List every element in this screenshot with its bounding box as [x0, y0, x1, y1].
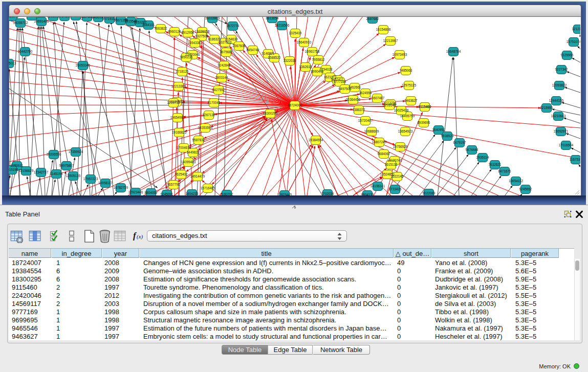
svg-text:13505135: 13505135 — [66, 174, 81, 178]
svg-text:2718126: 2718126 — [176, 70, 189, 73]
svg-text:3522145: 3522145 — [391, 174, 404, 178]
svg-text:15720407: 15720407 — [358, 119, 373, 122]
svg-text:14914479: 14914479 — [190, 174, 205, 178]
svg-text:14099483: 14099483 — [181, 160, 196, 164]
svg-text:8215955: 8215955 — [540, 106, 553, 110]
svg-text:1588520: 1588520 — [268, 56, 281, 59]
svg-text:8350611: 8350611 — [11, 164, 24, 167]
svg-text:2367608: 2367608 — [233, 44, 246, 48]
svg-text:16154808: 16154808 — [376, 28, 391, 31]
svg-text:8471676: 8471676 — [498, 169, 511, 173]
svg-text:7664101: 7664101 — [142, 23, 155, 27]
svg-text:14055712: 14055712 — [13, 21, 28, 25]
svg-text:9327508: 9327508 — [195, 34, 208, 38]
svg-text:9474444: 9474444 — [466, 148, 478, 151]
svg-text:9684067: 9684067 — [378, 152, 390, 156]
svg-text:2803144: 2803144 — [215, 76, 228, 79]
svg-text:26053346: 26053346 — [76, 63, 91, 67]
svg-text:2687682: 2687682 — [366, 17, 379, 20]
svg-text:14353594: 14353594 — [198, 126, 213, 129]
svg-text:8454749: 8454749 — [247, 48, 259, 52]
svg-text:12923446: 12923446 — [128, 190, 143, 194]
svg-text:15751074: 15751074 — [567, 40, 580, 43]
svg-text:5587832: 5587832 — [192, 138, 205, 142]
svg-text:13226058: 13226058 — [195, 30, 210, 33]
svg-text:18724007: 18724007 — [288, 103, 302, 107]
svg-text:17359924: 17359924 — [69, 150, 83, 154]
svg-text:13654923: 13654923 — [398, 129, 413, 133]
svg-text:20206556: 20206556 — [47, 152, 61, 156]
svg-text:(x): (x) — [137, 233, 143, 240]
svg-text:9160702: 9160702 — [221, 192, 233, 195]
svg-text:1325419: 1325419 — [289, 31, 302, 35]
svg-text:7632621: 7632621 — [489, 163, 502, 166]
svg-text:1615132: 1615132 — [385, 163, 398, 166]
svg-text:9777169: 9777169 — [334, 80, 346, 83]
svg-text:6939695: 6939695 — [418, 121, 430, 124]
svg-text:8990448: 8990448 — [311, 70, 324, 73]
svg-text:8804052: 8804052 — [145, 191, 158, 194]
svg-text:99975887: 99975887 — [59, 164, 74, 167]
svg-text:7702034: 7702034 — [321, 192, 334, 195]
svg-text:9657791: 9657791 — [167, 183, 180, 186]
svg-text:9327503: 9327503 — [219, 40, 232, 44]
svg-text:1362615: 1362615 — [299, 65, 312, 69]
svg-text:12156829: 12156829 — [19, 169, 34, 172]
svg-text:2154633: 2154633 — [225, 37, 238, 41]
svg-text:8170045: 8170045 — [208, 101, 221, 104]
svg-text:18300295: 18300295 — [263, 112, 278, 115]
svg-text:1733426: 1733426 — [389, 187, 402, 191]
svg-text:9227342: 9227342 — [555, 68, 568, 71]
svg-text:1819041: 1819041 — [9, 17, 19, 18]
svg-text:18807249: 18807249 — [372, 140, 387, 144]
svg-text:7485063: 7485063 — [400, 69, 412, 72]
svg-text:3915190: 3915190 — [9, 168, 18, 171]
svg-text:8804133: 8804133 — [361, 193, 374, 195]
svg-text:19218506: 19218506 — [275, 24, 290, 27]
svg-text:16210643: 16210643 — [551, 114, 566, 118]
svg-text:10654112: 10654112 — [509, 179, 523, 183]
svg-text:3267130: 3267130 — [203, 113, 215, 117]
svg-text:16961758: 16961758 — [305, 50, 320, 53]
svg-text:10607487: 10607487 — [370, 96, 385, 100]
svg-text:17016504: 17016504 — [559, 143, 574, 147]
svg-text:1675013: 1675013 — [26, 17, 38, 17]
svg-text:1212133: 1212133 — [572, 27, 580, 31]
svg-text:9242848: 9242848 — [218, 63, 231, 67]
svg-text:10973493: 10973493 — [393, 53, 407, 56]
svg-text:3624554: 3624554 — [359, 91, 372, 95]
svg-text:8813054: 8813054 — [266, 17, 279, 20]
svg-text:16782759: 16782759 — [114, 186, 128, 189]
svg-text:12093822: 12093822 — [552, 83, 567, 87]
svg-text:14495759: 14495759 — [400, 114, 415, 118]
svg-text:19384554: 19384554 — [309, 138, 323, 142]
svg-text:16155013: 16155013 — [9, 61, 16, 65]
svg-text:9245652: 9245652 — [519, 187, 532, 191]
svg-text:14136141: 14136141 — [371, 184, 385, 188]
svg-text:19654982: 19654982 — [170, 116, 185, 119]
svg-text:7462661: 7462661 — [349, 85, 361, 89]
svg-text:10442790: 10442790 — [18, 50, 33, 53]
svg-text:9463627: 9463627 — [405, 99, 418, 102]
svg-text:15640910: 15640910 — [297, 40, 312, 44]
svg-text:15716485: 15716485 — [201, 186, 215, 190]
svg-text:19166825: 19166825 — [172, 130, 187, 134]
svg-text:7386372: 7386372 — [353, 108, 365, 112]
svg-text:12975115: 12975115 — [402, 83, 416, 87]
svg-text:16648784: 16648784 — [446, 50, 461, 53]
svg-text:2935114: 2935114 — [476, 156, 489, 159]
svg-text:7625402: 7625402 — [175, 172, 188, 176]
svg-text:1404233: 1404233 — [186, 192, 199, 195]
svg-text:16120746: 16120746 — [387, 159, 402, 162]
svg-text:1167534: 1167534 — [570, 158, 580, 161]
svg-text:15692971: 15692971 — [554, 129, 569, 133]
svg-text:17004678: 17004678 — [177, 146, 191, 149]
svg-text:1322035: 1322035 — [284, 59, 296, 62]
svg-text:9146821: 9146821 — [262, 52, 275, 55]
svg-text:8912954: 8912954 — [182, 31, 194, 34]
svg-text:9245091: 9245091 — [161, 192, 173, 195]
svg-text:12213967: 12213967 — [383, 39, 398, 42]
svg-text:20364456: 20364456 — [346, 98, 361, 101]
svg-text:17957223: 17957223 — [83, 177, 98, 181]
svg-text:7955812: 7955812 — [312, 58, 325, 61]
